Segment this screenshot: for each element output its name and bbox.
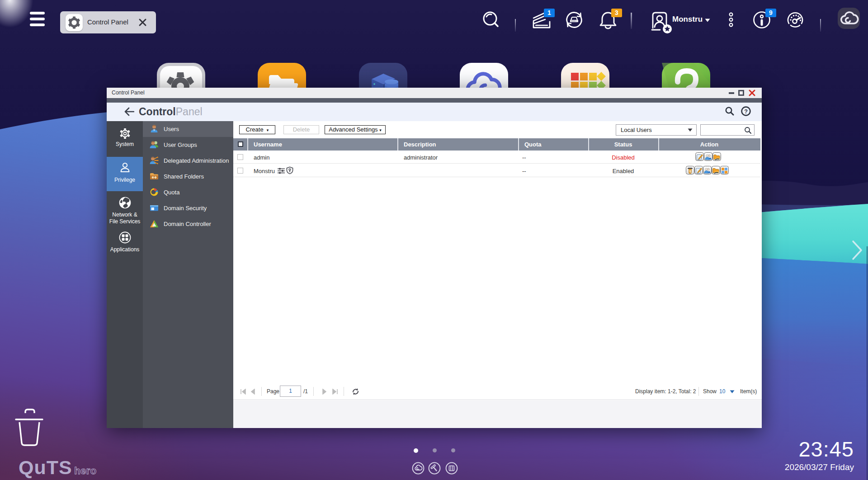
svg-text:?: ?: [744, 108, 748, 115]
